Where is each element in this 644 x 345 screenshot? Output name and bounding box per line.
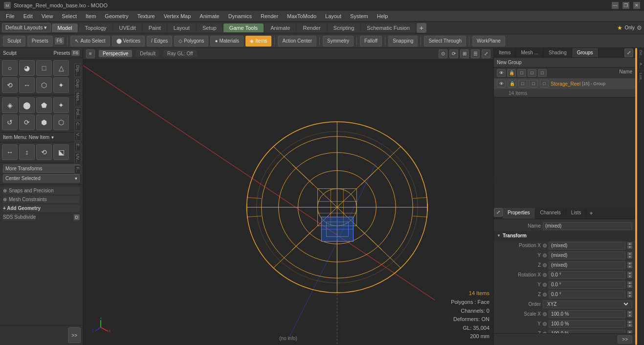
tab-lists[interactable]: Lists — [566, 208, 587, 219]
vert-label-uv[interactable]: UV... — [74, 152, 81, 164]
pos-z-indicator[interactable] — [543, 263, 547, 267]
tool-undo[interactable]: ↺ — [2, 115, 18, 130]
side-label-a[interactable]: A... — [638, 61, 644, 71]
snaps-button[interactable]: ⊕ Snaps and Precision — [3, 187, 80, 194]
side-label-lua[interactable]: Lua... — [638, 71, 644, 85]
vp-tab-raygl[interactable]: Ray GL: Off — [163, 50, 197, 57]
gear-icon[interactable]: ⚙ — [637, 24, 642, 31]
pos-z-value[interactable] — [549, 261, 625, 269]
menu-view[interactable]: View — [38, 12, 57, 20]
workplane-button[interactable]: WorkPlane — [472, 36, 505, 46]
polygons-button[interactable]: ◇ Polygons — [174, 36, 208, 46]
menu-file[interactable]: File — [2, 12, 19, 20]
tab-model[interactable]: Model — [52, 23, 78, 32]
vert-label-dup[interactable]: Dup: — [74, 78, 81, 90]
edges-button[interactable]: / Edges — [147, 36, 172, 46]
rot-y-input[interactable] — [551, 282, 623, 287]
rot-z-input[interactable] — [551, 292, 623, 297]
symmetry-button[interactable]: Symmetry — [323, 36, 354, 46]
menu-item[interactable]: Item — [82, 12, 100, 20]
menu-maxtomodo[interactable]: MaxToModo — [283, 12, 320, 20]
scale-x-value[interactable] — [549, 310, 625, 318]
vp-display-icon[interactable]: ☰ — [471, 49, 480, 58]
vert-label-pol[interactable]: Pol... — [74, 107, 81, 120]
menu-dynamics[interactable]: Dynamics — [224, 12, 256, 20]
transform-rotate[interactable]: ⟲ — [36, 144, 52, 160]
transform-scale[interactable]: ↕ — [19, 144, 35, 160]
tool-hex[interactable]: ⬡ — [36, 77, 52, 93]
menu-edit[interactable]: Edit — [20, 12, 37, 20]
vert-label-dig[interactable]: Dip... — [74, 64, 81, 77]
materials-button[interactable]: ● Materials — [210, 36, 244, 46]
center-selected-dropdown[interactable]: Center Selected ▾ — [3, 174, 80, 183]
falloff-button[interactable]: Falloff — [360, 36, 382, 46]
vert-label-v[interactable]: V... — [74, 132, 81, 141]
props-more-button[interactable]: >> — [618, 335, 632, 344]
pos-x-input[interactable] — [551, 243, 623, 248]
vert-label-mes[interactable]: Mes... — [74, 91, 81, 106]
mesh-constraints-button[interactable]: ⊕ Mesh Constraints — [3, 196, 80, 203]
row-ctrl-btn5[interactable]: □ — [540, 80, 549, 88]
action-center-button[interactable]: Action Center — [278, 36, 316, 46]
groups-item-row[interactable]: 👁 🔒 □ □ □ Storage_Reel [15] - Group — [494, 78, 635, 89]
rot-y-value[interactable] — [549, 281, 625, 289]
scale-x-input[interactable] — [551, 311, 623, 317]
rot-y-down[interactable]: ▼ — [627, 285, 632, 288]
scale-y-up[interactable]: ▲ — [627, 321, 632, 323]
vp-tab-perspective[interactable]: Perspective — [99, 50, 132, 57]
tab-properties[interactable]: Properties — [503, 208, 535, 219]
tool-hex3[interactable]: ⬡ — [53, 115, 69, 130]
menu-animate[interactable]: Animate — [196, 12, 223, 20]
tab-uvedit[interactable]: UVEdit — [113, 23, 142, 32]
menu-texture[interactable]: Texture — [133, 12, 159, 20]
tool-circle[interactable]: ⬤ — [19, 97, 35, 113]
snapping-button[interactable]: Snapping — [388, 36, 418, 46]
tool-rotate[interactable]: ⟲ — [2, 77, 18, 93]
rot-x-value[interactable] — [549, 271, 625, 279]
rot-y-up[interactable]: ▲ — [627, 281, 632, 284]
tab-layout[interactable]: Layout — [168, 23, 196, 32]
rot-x-down[interactable]: ▼ — [627, 275, 632, 278]
scale-y-input[interactable] — [551, 321, 623, 326]
f6-key[interactable]: F6 — [55, 37, 65, 45]
tab-schematic[interactable]: Schematic Fusion — [361, 23, 415, 32]
viewport-canvas[interactable]: 14 Items Polygons : Face Channels: 0 Def… — [83, 60, 493, 345]
menu-vertex-map[interactable]: Vertex Map — [160, 12, 195, 20]
groups-eye-btn[interactable]: 👁 — [497, 69, 506, 77]
rot-z-up[interactable]: ▲ — [627, 291, 632, 294]
auto-select-button[interactable]: ↖ Auto Select — [70, 36, 110, 46]
right-tab-items[interactable]: Items — [494, 48, 516, 57]
tool-scale[interactable]: ↔ — [19, 77, 35, 93]
pos-x-value[interactable] — [549, 242, 625, 250]
close-button[interactable]: ✕ — [633, 2, 640, 9]
expand-button[interactable]: >> — [68, 327, 81, 343]
viewport-menu-icon[interactable]: ≡ — [86, 49, 95, 58]
vert-label-c[interactable]: C... — [74, 121, 81, 131]
pos-x-indicator[interactable] — [543, 244, 547, 248]
tab-render[interactable]: Render — [297, 23, 326, 32]
tool-redo[interactable]: ⟳ — [19, 115, 35, 130]
menu-layout[interactable]: Layout — [321, 12, 345, 20]
tool-sphere[interactable]: ○ — [2, 60, 18, 76]
scale-x-up[interactable]: ▲ — [627, 311, 632, 314]
items-button[interactable]: ◈ Items — [245, 36, 271, 46]
name-value[interactable] — [543, 222, 632, 230]
vp-zoom-icon[interactable]: ⊞ — [460, 49, 469, 58]
row-eye-btn[interactable]: 👁 — [497, 80, 506, 88]
scale-x-down[interactable]: ▼ — [627, 314, 632, 317]
tool-cube[interactable]: □ — [36, 60, 52, 76]
order-dropdown[interactable]: XYZ — [543, 300, 632, 308]
pos-y-down[interactable]: ▼ — [627, 255, 632, 258]
tab-paint[interactable]: Paint — [143, 23, 167, 32]
name-input[interactable] — [545, 223, 630, 229]
scale-y-down[interactable]: ▼ — [627, 324, 632, 327]
more-transforms-dropdown[interactable]: More Transforms ▾ — [3, 164, 80, 173]
tool-sparkle[interactable]: ✦ — [53, 97, 69, 113]
titlebar-controls[interactable]: — ❐ ✕ — [612, 2, 640, 9]
groups-ctrl-btn5[interactable]: □ — [538, 69, 547, 77]
select-through-button[interactable]: Select Through — [424, 36, 466, 46]
right-expand-icon[interactable]: ⤢ — [624, 48, 633, 57]
props-expand-icon[interactable]: ⤢ — [494, 208, 503, 217]
transform-pivot[interactable]: ⬕ — [53, 144, 69, 160]
tool-diamond[interactable]: ◈ — [2, 97, 18, 113]
